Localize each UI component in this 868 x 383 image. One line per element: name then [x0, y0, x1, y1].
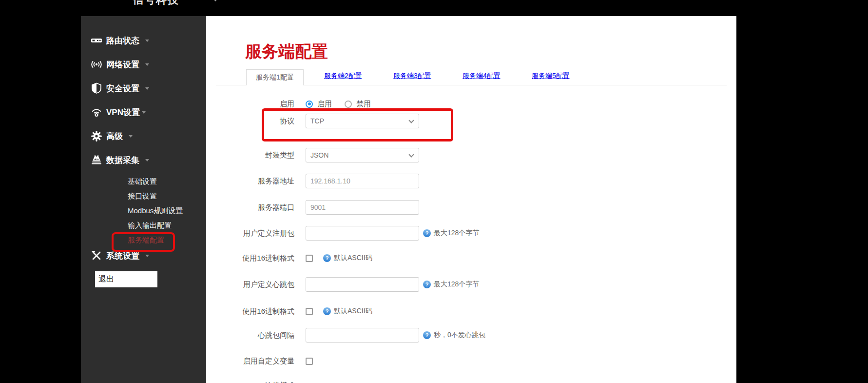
submenu-label: 服务端配置	[128, 236, 164, 244]
chevron-down-icon	[129, 135, 133, 138]
encapsulation-select[interactable]: JSON	[306, 148, 419, 162]
sidebar-subitem-interface-settings[interactable]: 接口设置	[128, 192, 157, 202]
sidebar-item-system-settings[interactable]: 系统设置	[81, 249, 206, 262]
vpn-icon	[90, 106, 103, 119]
chevron-down-icon	[145, 255, 149, 257]
sidebar-subitem-modbus-rules[interactable]: Modbus规则设置	[128, 206, 183, 216]
field-label: 启用	[206, 100, 294, 109]
sidebar-item-network-settings[interactable]: 网络设置	[81, 58, 206, 71]
custom-variable-checkbox[interactable]	[306, 358, 313, 365]
topbar-chevron-icon	[213, 0, 218, 1]
server-address-input[interactable]: 192.168.1.10	[306, 174, 419, 188]
form-row-protocol: 协议 TCP	[206, 114, 703, 128]
field-label: 使用16进制格式	[206, 254, 294, 263]
page-title: 服务端配置	[245, 40, 328, 63]
select-value: JSON	[310, 151, 328, 159]
sidebar-item-label: 安全设置	[106, 83, 139, 94]
tab-server5-config[interactable]: 服务端5配置	[532, 72, 570, 82]
form-row-heartbeat-interval: 心跳包间隔 ? 秒，0不发心跳包	[206, 328, 703, 343]
sidebar-item-label: 系统设置	[106, 250, 139, 262]
form-row-encapsulation: 封装类型 JSON	[206, 148, 703, 162]
hex-format-1-checkbox[interactable]	[306, 255, 313, 262]
hint-text: 最大128个字节	[434, 280, 479, 289]
input-value: 9001	[310, 203, 326, 211]
sidebar-item-label: 网络设置	[106, 59, 139, 70]
logout-button[interactable]: 退出	[95, 271, 157, 287]
field-label: 用户定义心跳包	[206, 280, 294, 289]
form-row-hex-format-1: 使用16进制格式 ? 默认ASCII码	[206, 251, 703, 265]
tools-icon	[90, 249, 103, 262]
sidebar-item-vpn-settings[interactable]: VPN设置	[81, 105, 206, 119]
sidebar-subitem-io-config[interactable]: 输入输出配置	[128, 221, 172, 231]
input-value: 192.168.1.10	[310, 177, 350, 185]
logout-label: 退出	[98, 274, 114, 284]
tab-server1-config[interactable]: 服务端1配置	[246, 69, 304, 85]
register-packet-input[interactable]	[306, 226, 419, 241]
submenu-label: 输入输出配置	[128, 221, 172, 229]
chevron-down-icon	[145, 159, 149, 161]
help-icon[interactable]: ?	[323, 307, 331, 315]
form-row-partial: 连接模式	[206, 378, 703, 383]
radio-option-label: 启用	[317, 100, 332, 109]
field-label: 用户定义注册包	[206, 229, 294, 238]
help-icon[interactable]: ?	[423, 331, 431, 339]
chevron-down-icon	[145, 87, 149, 90]
sidebar-item-label: VPN设置	[106, 107, 140, 118]
sidebar-item-label: 高级	[106, 131, 123, 142]
brand-logo: 信号科技	[133, 0, 179, 7]
heartbeat-packet-input[interactable]	[306, 277, 419, 292]
hint-text: 秒，0不发心跳包	[434, 331, 485, 340]
sidebar-item-label: 路由状态	[106, 35, 139, 46]
gear-icon	[90, 130, 103, 142]
sidebar-item-router-status[interactable]: 路由状态	[81, 34, 206, 47]
submenu-label: 接口设置	[128, 192, 157, 200]
tab-label: 服务端1配置	[256, 73, 294, 82]
field-label: 启用自定义变量	[206, 357, 294, 366]
signal-icon	[90, 58, 103, 71]
shield-icon	[90, 82, 103, 95]
chevron-down-icon	[408, 118, 414, 123]
chevron-down-icon	[142, 111, 146, 114]
protocol-select[interactable]: TCP	[306, 114, 419, 128]
help-icon[interactable]: ?	[323, 254, 331, 262]
main-content: 服务端配置 服务端1配置 服务端2配置 服务端3配置 服务端4配置 服务端5配置…	[206, 16, 736, 383]
field-label: 封装类型	[206, 151, 294, 160]
hex-format-2-checkbox[interactable]	[306, 308, 313, 315]
form-row-server-port: 服务器端口 9001	[206, 200, 703, 215]
radio-option-label: 禁用	[356, 100, 371, 109]
field-label: 心跳包间隔	[206, 331, 294, 340]
form-row-hex-format-2: 使用16进制格式 ? 默认ASCII码	[206, 304, 703, 319]
tab-server2-config[interactable]: 服务端2配置	[324, 72, 362, 82]
sidebar-subitem-server-config[interactable]: 服务端配置	[128, 236, 164, 245]
submenu-label: Modbus规则设置	[128, 206, 183, 215]
heartbeat-interval-input[interactable]	[306, 328, 419, 343]
enable-radio-on[interactable]	[306, 101, 313, 108]
field-label: 连接模式	[206, 381, 294, 383]
sidebar-item-security-settings[interactable]: 安全设置	[81, 81, 206, 95]
hint-text: 默认ASCII码	[334, 254, 372, 262]
select-value: TCP	[310, 117, 324, 125]
form-row-custom-variable: 启用自定义变量	[206, 354, 703, 368]
chevron-down-icon	[145, 63, 149, 66]
chevron-down-icon	[408, 152, 414, 157]
topbar: 信号科技	[0, 0, 868, 16]
sidebar-subitem-basic-settings[interactable]: 基础设置	[128, 177, 157, 187]
hint-text: 最大128个字节	[434, 229, 479, 238]
form-row-enable: 启用 启用 禁用	[206, 97, 703, 111]
help-icon[interactable]: ?	[423, 281, 431, 288]
tab-server3-config[interactable]: 服务端3配置	[393, 72, 431, 82]
chevron-down-icon	[145, 40, 149, 42]
form-row-server-address: 服务器地址 192.168.1.10	[206, 174, 703, 188]
router-icon	[90, 34, 103, 47]
field-label: 协议	[206, 117, 294, 126]
sidebar-item-advanced[interactable]: 高级	[81, 129, 206, 143]
enable-radio-off[interactable]	[345, 101, 352, 108]
sidebar: 路由状态 网络设置 安全设置 VPN设置 高级 数据采集	[81, 16, 206, 383]
form-row-register-packet: 用户定义注册包 ? 最大128个字节	[206, 226, 703, 241]
help-icon[interactable]: ?	[423, 229, 431, 237]
field-label: 使用16进制格式	[206, 307, 294, 316]
hint-text: 默认ASCII码	[334, 307, 372, 316]
tab-server4-config[interactable]: 服务端4配置	[463, 72, 501, 82]
server-port-input[interactable]: 9001	[306, 200, 419, 215]
sidebar-item-data-collection[interactable]: 数据采集	[81, 153, 206, 167]
